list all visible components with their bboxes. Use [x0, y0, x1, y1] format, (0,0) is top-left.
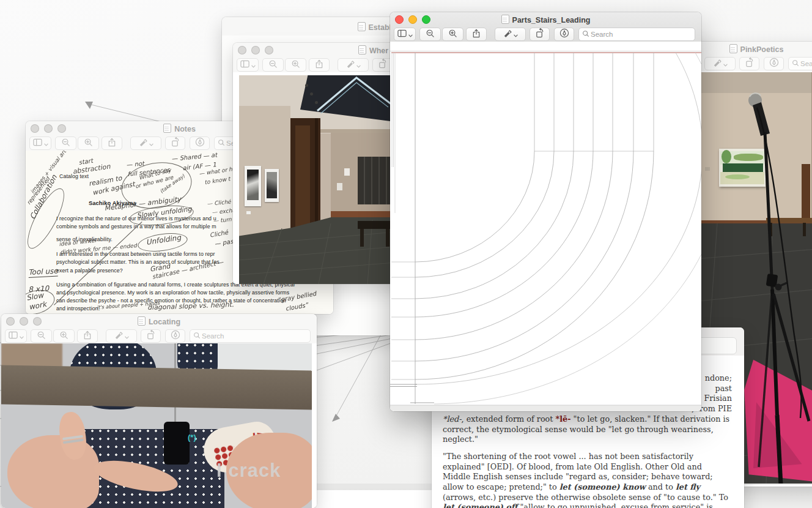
chevron-down-icon[interactable]: [149, 138, 153, 149]
share-button[interactable]: [309, 58, 330, 72]
rotate-icon: [535, 28, 545, 40]
share-button[interactable]: [466, 28, 487, 41]
markup-pencil-icon: [503, 28, 512, 40]
markup-pencil-icon: [345, 59, 355, 71]
sidebar-toggle-button[interactable]: [394, 28, 416, 41]
zoom-out-icon: [61, 138, 70, 149]
asterisk-glyph: (*): [188, 433, 196, 442]
document-icon: [358, 45, 366, 54]
zoom-in-button[interactable]: [53, 329, 75, 343]
annotate-button[interactable]: [554, 28, 574, 41]
etymology-paragraph-2: "The shortening of the root vowel ... ha…: [443, 452, 732, 508]
rotate-button[interactable]: [739, 57, 759, 70]
search-icon: [193, 331, 201, 342]
chevron-down-icon: [20, 331, 24, 342]
share-icon: [315, 59, 323, 71]
zoom-in-icon: [448, 29, 457, 40]
markup-button[interactable]: [130, 136, 161, 150]
sidebar-toggle-button[interactable]: [237, 58, 259, 72]
search-input[interactable]: [799, 59, 812, 68]
mirror-etched-text: I crack: [216, 460, 281, 482]
handwritten-note: — Cliché -: [207, 198, 235, 207]
markup-button[interactable]: [106, 329, 137, 343]
annotate-pen-icon: [171, 330, 180, 342]
sidebar-toggle-button[interactable]: [29, 136, 51, 150]
search-icon: [582, 29, 589, 40]
zoom-out-button[interactable]: [31, 329, 52, 343]
zoom-in-button[interactable]: [442, 28, 463, 41]
window-title: PinkPoetics: [740, 45, 784, 54]
zoom-out-icon: [426, 29, 435, 40]
document-icon: [163, 124, 171, 133]
rotate-button[interactable]: [141, 329, 161, 343]
search-icon: [792, 58, 799, 69]
phone: [164, 422, 190, 465]
annotate-pen-icon: [195, 137, 205, 149]
zoom-in-button[interactable]: [78, 136, 99, 150]
chevron-down-icon[interactable]: [356, 59, 361, 70]
rotate-button[interactable]: [165, 136, 185, 150]
search-icon: [218, 138, 225, 149]
statement-line: and introspection.: [56, 305, 100, 312]
handwritten-note: to know t: [204, 176, 231, 185]
sidebar-icon: [397, 29, 407, 40]
rotate-button[interactable]: [530, 28, 550, 41]
handwritten-note: Cliché: [209, 229, 229, 239]
titlebar-locating[interactable]: Locating: [1, 314, 317, 327]
zoom-out-button[interactable]: [419, 28, 441, 41]
markup-pencil-icon: [138, 137, 148, 149]
markup-button[interactable]: [704, 57, 736, 70]
window-title: Locating: [149, 318, 180, 326]
zoom-in-icon: [291, 59, 300, 71]
titlebar-parts[interactable]: Parts_Stairs_Leading: [390, 12, 701, 26]
markup-pencil-icon: [114, 330, 124, 342]
search-input[interactable]: [201, 332, 307, 340]
zoom-out-button[interactable]: [55, 136, 76, 150]
sidebar-icon: [240, 59, 250, 70]
annotate-pen-icon: [559, 28, 569, 40]
share-button[interactable]: [77, 329, 98, 343]
share-icon: [83, 331, 92, 342]
share-button[interactable]: [102, 136, 122, 150]
handwritten-note: clouds”: [285, 301, 309, 312]
gallery-interior-photo: [239, 75, 395, 284]
handwritten-note: abstraction: [72, 162, 111, 176]
search-input[interactable]: [589, 30, 692, 39]
zoom-out-button[interactable]: [262, 58, 284, 72]
rotate-icon: [378, 59, 388, 71]
zoom-in-button[interactable]: [285, 58, 306, 72]
handwritten-note: Tool use: [28, 266, 58, 278]
mirror-selfie-photo: (*) <7 I crack: [1, 343, 312, 508]
zoom-out-icon: [37, 331, 46, 342]
share-icon: [472, 29, 481, 40]
search-field[interactable]: [788, 57, 812, 70]
zoom-in-icon: [59, 331, 68, 342]
document-icon: [138, 316, 146, 326]
window-title: Notes: [174, 125, 196, 133]
search-field[interactable]: [578, 28, 695, 41]
chevron-down-icon[interactable]: [125, 331, 129, 342]
window-title: Parts_Stairs_Leading: [512, 16, 591, 24]
sidebar-toggle-button[interactable]: [5, 329, 27, 343]
chevron-down-icon[interactable]: [723, 58, 728, 69]
document-icon: [358, 22, 366, 31]
zoom-out-icon: [268, 59, 278, 71]
statement-line: and psychological presence. My work is a…: [56, 289, 289, 296]
etymology-paragraph-1: *led-, extended form of root *lē- "to le…: [443, 414, 732, 445]
handwritten-note: — excha: [212, 207, 235, 215]
markup-button[interactable]: [495, 28, 526, 41]
search-field[interactable]: [190, 329, 311, 343]
annotate-pen-icon: [769, 58, 779, 70]
rotate-icon: [146, 330, 156, 342]
annotate-button[interactable]: [165, 329, 185, 343]
annotate-button[interactable]: [764, 57, 784, 70]
arrowhead-down-left: [332, 414, 340, 422]
handwritten-note: — turn: [213, 216, 232, 224]
chevron-down-icon: [251, 59, 256, 70]
chevron-down-icon: [44, 138, 48, 149]
rotate-icon: [745, 58, 755, 70]
markup-button[interactable]: [338, 58, 369, 72]
annotate-button[interactable]: [190, 136, 210, 150]
chevron-down-icon[interactable]: [514, 29, 518, 40]
zoom-in-icon: [84, 138, 93, 149]
